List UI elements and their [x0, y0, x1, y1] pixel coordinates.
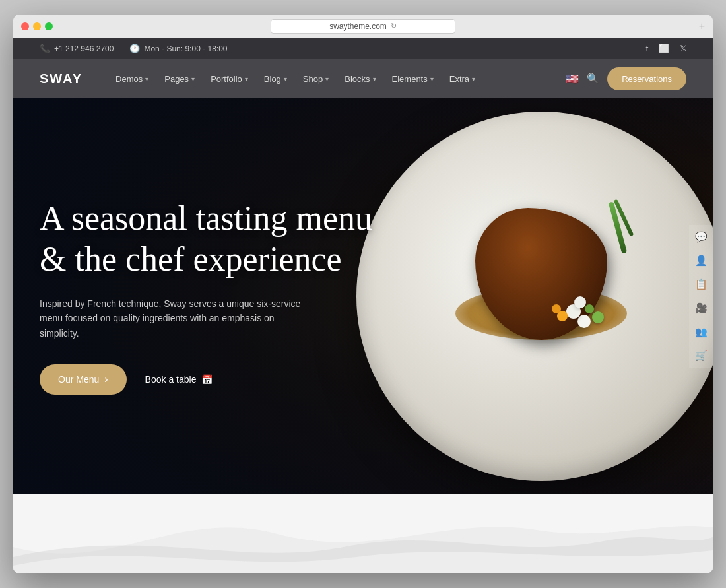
nav-item-extra[interactable]: Extra ▾: [443, 69, 482, 89]
wave-svg: [13, 494, 713, 573]
browser-titlebar: swaytheme.com ↻ +: [13, 15, 713, 38]
twitter-icon[interactable]: 𝕏: [680, 44, 686, 53]
sidebar-video-icon[interactable]: 🎥: [689, 296, 713, 320]
veg-green2: [585, 304, 594, 313]
hero-title: A seasonal tasting menu & the chef exper…: [40, 198, 372, 280]
top-bar: 📞 +1 212 946 2700 🕐 Mon - Sun: 9:00 - 18…: [13, 38, 713, 59]
chevron-down-icon: ▾: [430, 75, 434, 82]
window-controls: [21, 22, 53, 30]
url-text: swaytheme.com: [329, 22, 387, 31]
sidebar-document-icon[interactable]: 📋: [689, 273, 713, 296]
phone-number: +1 212 946 2700: [54, 44, 114, 53]
nav-item-elements[interactable]: Elements ▾: [385, 69, 440, 89]
language-flag[interactable]: 🇺🇸: [566, 73, 579, 85]
chevron-down-icon: ▾: [245, 75, 248, 82]
sidebar-icons: 💬 👤 📋 🎥 👥 🛒: [689, 225, 713, 368]
sidebar-user-icon[interactable]: 👤: [689, 249, 713, 273]
site-wrapper: 📞 +1 212 946 2700 🕐 Mon - Sun: 9:00 - 18…: [13, 38, 713, 573]
minimize-button[interactable]: [33, 22, 41, 30]
nav-right: 🇺🇸 🔍 Reservations: [566, 67, 686, 90]
arrow-right-icon: ›: [104, 374, 108, 385]
veg-white1: [578, 315, 591, 328]
nav-item-portfolio[interactable]: Portfolio ▾: [204, 69, 255, 89]
social-links: f ⬜ 𝕏: [645, 44, 686, 53]
veg-white3: [574, 296, 586, 308]
chevron-down-icon: ▾: [191, 75, 195, 82]
wave-section: [13, 494, 713, 573]
sidebar-cart-icon[interactable]: 🛒: [689, 344, 713, 368]
hours-text: Mon - Sun: 9:00 - 18:00: [144, 44, 227, 53]
nav-item-demos[interactable]: Demos ▾: [109, 69, 155, 89]
chevron-down-icon: ▾: [325, 75, 329, 82]
nav-item-shop[interactable]: Shop ▾: [296, 69, 335, 89]
sidebar-chat-icon[interactable]: 💬: [689, 225, 713, 249]
site-logo[interactable]: SWAY: [40, 71, 82, 86]
our-menu-button[interactable]: Our Menu ›: [40, 364, 127, 395]
sidebar-people-icon[interactable]: 👥: [689, 320, 713, 344]
close-button[interactable]: [21, 22, 29, 30]
book-table-button[interactable]: Book a table 📅: [145, 374, 213, 385]
refresh-icon[interactable]: ↻: [391, 22, 397, 30]
url-bar[interactable]: swaytheme.com ↻: [271, 19, 455, 34]
hero-subtitle: Inspired by French technique, Sway serve…: [40, 296, 304, 341]
reservations-button[interactable]: Reservations: [607, 67, 686, 90]
chevron-down-icon: ▾: [373, 75, 376, 82]
maximize-button[interactable]: [45, 22, 53, 30]
veg-orange2: [552, 304, 561, 313]
nav-item-blog[interactable]: Blog ▾: [257, 69, 294, 89]
plate: [356, 112, 713, 481]
chevron-down-icon: ▾: [284, 75, 287, 82]
calendar-icon: 📅: [201, 374, 213, 385]
add-tab-button[interactable]: +: [699, 20, 705, 32]
nav-item-pages[interactable]: Pages ▾: [158, 69, 201, 89]
hero-section: A seasonal tasting menu & the chef exper…: [13, 98, 713, 494]
navigation: SWAY Demos ▾ Pages ▾ Portfolio ▾ Blog ▾: [13, 59, 713, 98]
veg-green1: [592, 311, 604, 323]
phone-icon: 📞: [40, 44, 50, 53]
search-icon[interactable]: 🔍: [587, 73, 599, 84]
nav-menu: Demos ▾ Pages ▾ Portfolio ▾ Blog ▾ Shop: [109, 69, 566, 89]
instagram-icon[interactable]: ⬜: [659, 44, 669, 53]
hours-info: 🕐 Mon - Sun: 9:00 - 18:00: [129, 44, 227, 53]
chevron-down-icon: ▾: [145, 75, 148, 82]
clock-icon: 🕐: [129, 44, 140, 53]
browser-window: swaytheme.com ↻ + 📞 +1 212 946 2700 🕐 Mo…: [13, 15, 713, 573]
facebook-icon[interactable]: f: [645, 44, 648, 53]
hero-content: A seasonal tasting menu & the chef exper…: [40, 198, 372, 395]
nav-item-blocks[interactable]: Blocks ▾: [338, 69, 382, 89]
food-display: [442, 195, 640, 379]
chevron-down-icon: ▾: [472, 75, 475, 82]
hero-buttons: Our Menu › Book a table 📅: [40, 364, 372, 395]
phone-info: 📞 +1 212 946 2700: [40, 44, 114, 53]
